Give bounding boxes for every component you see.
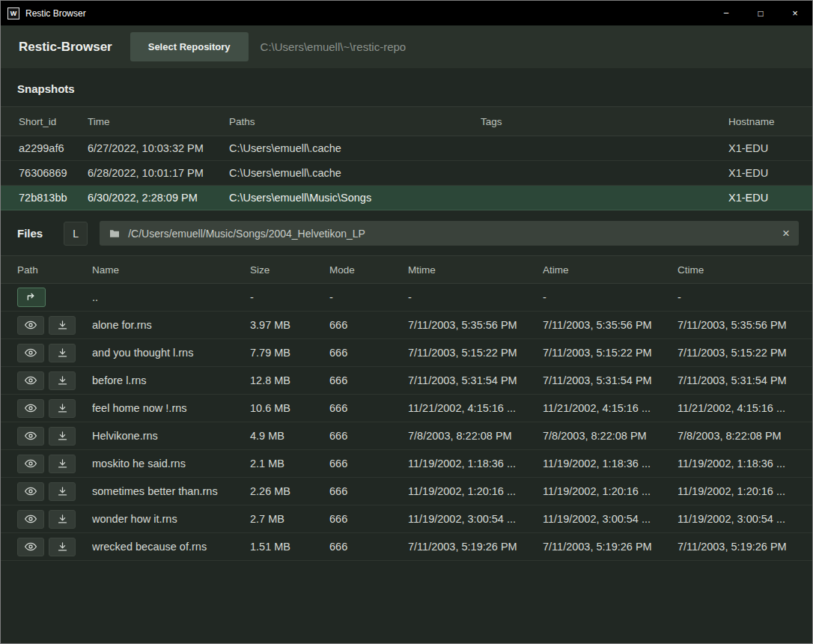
file-mode: 666	[329, 374, 408, 386]
file-mtime: 7/11/2003, 5:15:22 PM	[408, 347, 543, 359]
file-ctime: 11/21/2002, 4:15:16 ...	[678, 402, 812, 414]
snapshot-short-id: a2299af6	[19, 142, 88, 154]
snapshot-short-id: 76306869	[19, 167, 88, 179]
download-file-button[interactable]	[49, 399, 76, 418]
file-ctime: 7/8/2003, 8:22:08 PM	[678, 430, 812, 442]
download-icon	[57, 320, 68, 331]
file-mtime: 7/11/2003, 5:31:54 PM	[408, 374, 543, 386]
file-mode: 666	[329, 513, 408, 525]
download-icon	[57, 541, 68, 553]
preview-file-button[interactable]	[17, 316, 44, 335]
file-name[interactable]: alone for.rns	[92, 319, 250, 331]
maximize-button[interactable]: □	[743, 1, 778, 25]
file-row: before l.rns 12.8 MB 666 7/11/2003, 5:31…	[1, 367, 812, 395]
download-file-button[interactable]	[49, 455, 76, 473]
download-icon	[57, 431, 68, 442]
go-up-directory-button[interactable]	[17, 288, 46, 307]
column-header-mtime: Mtime	[408, 264, 543, 276]
download-icon	[57, 486, 68, 497]
file-path-bar[interactable]: /C/Users/emuell/Music/Songs/2004_Helveti…	[100, 221, 799, 246]
file-size: 10.6 MB	[250, 402, 329, 414]
snapshot-paths: C:\Users\emuell\.cache	[229, 142, 481, 154]
eye-icon	[25, 541, 37, 553]
files-toolbar: Files L /C/Users/emuell/Music/Songs/2004…	[1, 210, 812, 255]
eye-icon	[25, 513, 37, 525]
file-name[interactable]: feel home now !.rns	[92, 402, 250, 414]
download-file-button[interactable]	[49, 538, 76, 556]
file-size: 1.51 MB	[250, 541, 329, 553]
files-table-body: .. - - - - - alone for.rns 3.97 MB 666 7…	[1, 284, 812, 561]
column-header-name: Name	[92, 264, 250, 276]
preview-file-button[interactable]	[17, 538, 44, 556]
app-logo-icon: W	[7, 7, 19, 19]
file-name[interactable]: sometimes better than.rns	[92, 485, 250, 497]
preview-file-button[interactable]	[17, 455, 44, 473]
current-directory-path: /C/Users/emuell/Music/Songs/2004_Helveti…	[128, 228, 782, 240]
file-name[interactable]: wrecked because of.rns	[92, 541, 250, 553]
preview-file-button[interactable]	[17, 399, 44, 418]
snapshot-paths: C:\Users\emuell\Music\Songs	[229, 192, 481, 204]
file-row: and you thought l.rns 7.79 MB 666 7/11/2…	[1, 339, 812, 367]
download-icon	[57, 403, 68, 414]
snapshot-row[interactable]: 72b813bb 6/30/2022, 2:28:09 PM C:\Users\…	[1, 186, 812, 210]
file-name[interactable]: before l.rns	[92, 374, 250, 386]
file-row: wrecked because of.rns 1.51 MB 666 7/11/…	[1, 533, 812, 561]
file-size: 2.7 MB	[250, 513, 329, 525]
file-ctime: 11/19/2002, 3:00:54 ...	[678, 513, 812, 525]
file-row: wonder how it.rns 2.7 MB 666 11/19/2002,…	[1, 505, 812, 533]
download-file-button[interactable]	[49, 316, 76, 335]
preview-file-button[interactable]	[17, 427, 44, 446]
file-ctime: 7/11/2003, 5:35:56 PM	[678, 319, 812, 331]
preview-file-button[interactable]	[17, 344, 44, 362]
file-row: sometimes better than.rns 2.26 MB 666 11…	[1, 478, 812, 505]
file-name[interactable]: moskito he said.rns	[92, 458, 250, 470]
tree-view-toggle-button[interactable]: L	[64, 222, 88, 246]
column-header-paths: Paths	[229, 116, 481, 127]
column-header-hostname: Hostname	[728, 116, 812, 127]
file-row: moskito he said.rns 2.1 MB 666 11/19/200…	[1, 450, 812, 478]
snapshot-row[interactable]: a2299af6 6/27/2022, 10:03:32 PM C:\Users…	[1, 136, 812, 161]
file-atime: 7/11/2003, 5:31:54 PM	[543, 374, 678, 386]
file-ctime: 7/11/2003, 5:19:26 PM	[678, 541, 812, 553]
file-size: 7.79 MB	[250, 347, 329, 359]
file-ctime: 7/11/2003, 5:31:54 PM	[678, 374, 812, 386]
clear-path-button[interactable]: ×	[782, 227, 790, 240]
file-name[interactable]: ..	[92, 291, 250, 303]
preview-file-button[interactable]	[17, 371, 44, 390]
folder-icon	[109, 228, 121, 240]
preview-file-button[interactable]	[17, 482, 44, 501]
file-ctime: 11/19/2002, 1:18:36 ...	[678, 458, 812, 470]
file-name[interactable]: and you thought l.rns	[92, 347, 250, 359]
file-name[interactable]: wonder how it.rns	[92, 513, 250, 525]
file-atime: 7/11/2003, 5:19:26 PM	[543, 541, 678, 553]
download-file-button[interactable]	[49, 371, 76, 390]
files-section-title: Files	[17, 227, 43, 240]
download-file-button[interactable]	[49, 482, 76, 501]
column-header-tags: Tags	[481, 116, 728, 127]
download-file-button[interactable]	[49, 344, 76, 362]
app-header: Restic-Browser Select Repository C:\User…	[1, 25, 812, 68]
eye-icon	[25, 402, 37, 414]
download-icon	[57, 458, 68, 470]
download-file-button[interactable]	[49, 427, 76, 446]
snapshot-row[interactable]: 76306869 6/28/2022, 10:01:17 PM C:\Users…	[1, 161, 812, 186]
file-size: 2.26 MB	[250, 485, 329, 497]
file-mtime: 11/21/2002, 4:15:16 ...	[408, 402, 543, 414]
download-file-button[interactable]	[49, 510, 76, 529]
minimize-button[interactable]: −	[709, 1, 743, 25]
preview-file-button[interactable]	[17, 510, 44, 529]
eye-icon	[25, 374, 37, 386]
snapshots-table-body: a2299af6 6/27/2022, 10:03:32 PM C:\Users…	[1, 136, 812, 210]
window-controls: − □ ×	[709, 1, 812, 25]
file-atime: 11/21/2002, 4:15:16 ...	[543, 402, 678, 414]
files-section: Files L /C/Users/emuell/Music/Songs/2004…	[1, 210, 812, 561]
file-size: 3.97 MB	[250, 319, 329, 331]
file-row: Helvikone.rns 4.9 MB 666 7/8/2003, 8:22:…	[1, 422, 812, 450]
file-mode: 666	[329, 541, 408, 553]
snapshot-paths: C:\Users\emuell\.cache	[229, 167, 481, 179]
file-name[interactable]: Helvikone.rns	[92, 430, 250, 442]
column-header-size: Size	[250, 264, 329, 276]
close-window-button[interactable]: ×	[778, 1, 812, 25]
select-repository-button[interactable]: Select Repository	[130, 32, 249, 61]
download-icon	[57, 347, 68, 359]
